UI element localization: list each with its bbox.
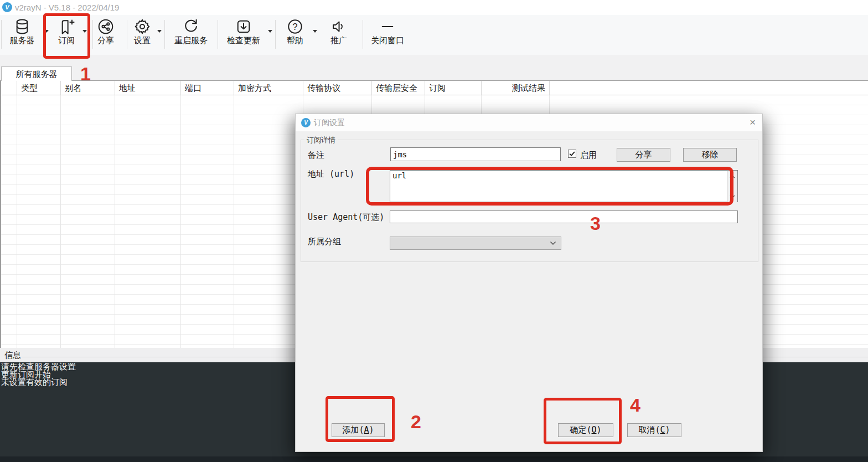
speaker-icon: [312, 18, 365, 37]
cancel-button-text: 取消(: [638, 425, 660, 435]
scroll-up-icon[interactable]: [730, 174, 735, 179]
restart-icon: [164, 18, 218, 37]
toolbar-button-update[interactable]: 检查更新: [217, 18, 270, 52]
remark-input[interactable]: [390, 147, 561, 161]
grid-column-line: [17, 95, 17, 348]
toolbar: 服务器订阅分享设置重启服务检查更新?帮助推广关闭窗口: [0, 15, 868, 55]
url-textarea-frame: url: [390, 170, 738, 202]
add-button-text: 添加(: [342, 425, 364, 435]
group-select[interactable]: [390, 237, 561, 250]
remove-button[interactable]: 移除: [683, 148, 737, 162]
toolbar-button-label: 检查更新: [217, 35, 270, 46]
add-button-mnemonic: A: [364, 425, 369, 435]
url-textarea[interactable]: url: [390, 171, 728, 202]
server-table-header: 类型别名地址端口加密方式传输协议传输层安全订阅测试结果: [0, 81, 868, 95]
minimize-icon: [361, 18, 414, 37]
status-group-label: 信息: [4, 350, 21, 361]
column-header-传输层安全[interactable]: 传输层安全: [372, 81, 425, 95]
textarea-scrollbar[interactable]: [727, 171, 737, 202]
dropdown-caret-icon[interactable]: [157, 30, 162, 33]
subscription-settings-dialog: V 订阅设置 × 订阅详情 备注 启用 分享 移除 地址 (url) url U…: [295, 114, 763, 452]
toolbar-separator: [92, 20, 93, 49]
chevron-down-icon: [550, 241, 556, 245]
group-label: 所属分组: [308, 237, 341, 247]
scroll-down-icon[interactable]: [730, 194, 735, 199]
update-icon: [217, 18, 270, 37]
user-agent-label: User Agent(可选): [308, 212, 384, 223]
toolbar-button-gear[interactable]: 设置: [116, 18, 169, 52]
enable-checkbox[interactable]: [568, 150, 576, 158]
v2rayn-logo-icon: V: [2, 2, 12, 12]
window-title: v2rayN - V5.18 - 2022/04/19: [15, 3, 119, 12]
toolbar-button-speaker[interactable]: 推广: [312, 18, 365, 52]
url-label: 地址 (url): [308, 169, 354, 179]
toolbar-button-label: 设置: [116, 35, 169, 46]
dialog-titlebar[interactable]: V 订阅设置 ×: [296, 114, 762, 131]
column-header-类型[interactable]: 类型: [17, 81, 61, 95]
column-header-端口[interactable]: 端口: [181, 81, 234, 95]
tab-all-servers[interactable]: 所有服务器: [1, 66, 72, 81]
dialog-logo-icon: V: [301, 118, 311, 127]
column-header-传输协议[interactable]: 传输协议: [303, 81, 372, 95]
column-header-filler: [550, 81, 868, 95]
column-header-地址[interactable]: 地址: [115, 81, 181, 95]
share-button[interactable]: 分享: [617, 148, 670, 162]
column-header-订阅[interactable]: 订阅: [425, 81, 482, 95]
ok-button[interactable]: 确定(O): [558, 423, 613, 437]
taskbar-strip: [0, 456, 868, 462]
grid-column-line: [180, 95, 181, 348]
subscription-details-label: 订阅详情: [304, 135, 338, 145]
cancel-button-mnemonic: C: [660, 425, 665, 435]
dialog-title: 订阅设置: [314, 118, 345, 128]
enable-label: 启用: [580, 150, 597, 161]
toolbar-separator: [127, 20, 127, 49]
toolbar-separator: [275, 20, 276, 49]
column-header-selector[interactable]: [0, 81, 17, 95]
check-icon: [569, 150, 576, 157]
ok-button-text: 确定(: [570, 425, 591, 435]
grid-column-line: [115, 95, 115, 348]
tab-strip: 所有服务器: [0, 55, 868, 81]
window-left-edge: [0, 81, 1, 362]
toolbar-button-label: 推广: [312, 35, 365, 46]
remark-label: 备注: [308, 150, 324, 161]
window-titlebar: V v2rayN - V5.18 - 2022/04/19: [0, 0, 868, 15]
toolbar-separator: [1, 20, 2, 49]
column-header-别名[interactable]: 别名: [61, 81, 115, 95]
grid-column-line: [234, 95, 234, 348]
toolbar-button-minimize[interactable]: 关闭窗口: [361, 18, 414, 52]
toolbar-button-restart[interactable]: 重启服务: [164, 18, 218, 52]
ok-button-mnemonic: O: [591, 425, 596, 435]
toolbar-separator: [363, 20, 363, 49]
column-header-测试结果[interactable]: 测试结果: [482, 81, 550, 95]
toolbar-button-label: 重启服务: [164, 35, 218, 46]
toolbar-button-label: 关闭窗口: [361, 35, 414, 46]
grid-column-line: [60, 95, 61, 348]
column-header-加密方式[interactable]: 加密方式: [234, 81, 303, 95]
add-button[interactable]: 添加(A): [332, 423, 385, 437]
close-icon[interactable]: ×: [750, 117, 756, 128]
gear-icon: [116, 18, 169, 37]
cancel-button[interactable]: 取消(C): [627, 423, 681, 437]
toolbar-separator: [218, 20, 218, 49]
svg-text:?: ?: [292, 22, 297, 32]
toolbar-separator: [164, 20, 165, 49]
v2rayn-main-window: V v2rayN - V5.18 - 2022/04/19 服务器订阅分享设置重…: [0, 0, 868, 462]
user-agent-input[interactable]: [390, 211, 738, 223]
